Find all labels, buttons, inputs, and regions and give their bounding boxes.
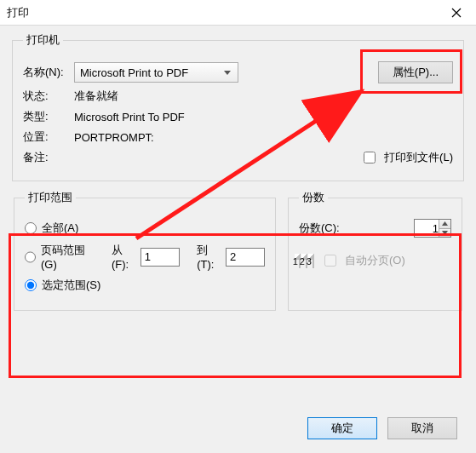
print-range-group: 打印范围 全部(A) 页码范围(G) 从(F): 到(T): 选定范围(S) bbox=[14, 190, 276, 311]
from-input[interactable] bbox=[141, 248, 180, 267]
printer-name-dropdown[interactable]: Microsoft Print to PDF bbox=[74, 62, 238, 83]
spin-down-button[interactable] bbox=[439, 229, 450, 238]
range-legend: 打印范围 bbox=[25, 190, 76, 205]
dialog-footer: 确定 取消 bbox=[307, 417, 457, 439]
collate-icon: 1 2 3 bbox=[299, 255, 318, 267]
window-title: 打印 bbox=[7, 5, 29, 20]
close-button[interactable] bbox=[437, 0, 476, 26]
to-label: 到(T): bbox=[197, 243, 221, 271]
where-value: PORTPROMPT: bbox=[74, 131, 154, 144]
printer-name-value: Microsoft Print to PDF bbox=[80, 66, 188, 79]
from-label: 从(F): bbox=[112, 243, 135, 271]
copies-label: 份数(C): bbox=[299, 221, 340, 236]
type-label: 类型: bbox=[23, 109, 74, 124]
copies-spinner[interactable]: 1 bbox=[414, 219, 451, 238]
name-label: 名称(N): bbox=[23, 65, 74, 80]
spin-up-button[interactable] bbox=[439, 220, 450, 229]
printer-legend: 打印机 bbox=[23, 32, 63, 48]
range-pages-radio[interactable]: 页码范围(G) 从(F): 到(T): bbox=[25, 243, 265, 271]
type-value: Microsoft Print To PDF bbox=[74, 111, 185, 123]
dialog-client: 打印机 名称(N): Microsoft Print to PDF 属性(P).… bbox=[0, 26, 476, 453]
status-value: 准备就绪 bbox=[74, 89, 118, 104]
ok-button[interactable]: 确定 bbox=[307, 417, 377, 439]
print-to-file-input[interactable] bbox=[364, 152, 376, 163]
range-selection-radio[interactable]: 选定范围(S) bbox=[25, 278, 265, 293]
close-icon bbox=[451, 8, 462, 18]
properties-button[interactable]: 属性(P)... bbox=[378, 61, 453, 83]
copies-value: 1 bbox=[433, 222, 439, 235]
comment-label: 备注: bbox=[23, 150, 74, 165]
status-label: 状态: bbox=[23, 89, 74, 104]
cancel-button[interactable]: 取消 bbox=[387, 417, 457, 439]
title-bar: 打印 bbox=[0, 0, 476, 26]
collate-checkbox: 自动分页(O) bbox=[324, 253, 405, 268]
range-all-radio[interactable]: 全部(A) bbox=[25, 221, 265, 236]
print-to-file-checkbox[interactable]: 打印到文件(L) bbox=[364, 150, 453, 165]
copies-legend: 份数 bbox=[299, 190, 328, 205]
where-label: 位置: bbox=[23, 129, 74, 145]
copies-group: 份数 份数(C): 1 1 2 3 bbox=[288, 190, 462, 311]
to-input[interactable] bbox=[226, 248, 265, 267]
printer-group: 打印机 名称(N): Microsoft Print to PDF 属性(P).… bbox=[12, 32, 464, 181]
